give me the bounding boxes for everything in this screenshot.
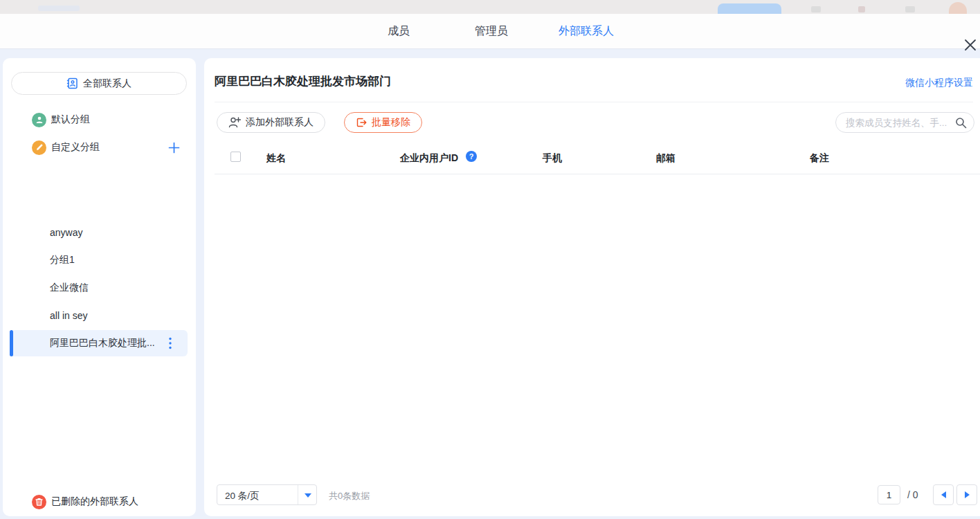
tab-members-label: 成员: [388, 24, 410, 39]
batch-remove-button[interactable]: 批量移除: [344, 112, 422, 133]
remove-export-icon: [356, 117, 367, 128]
page-size-select[interactable]: 20 条/页: [217, 484, 317, 505]
backdrop-icon: [905, 6, 915, 12]
tab-admins[interactable]: 管理员: [468, 14, 515, 48]
help-icon[interactable]: ?: [466, 151, 477, 162]
external-contacts-panel: 阿里巴巴白木胶处理批发市场部门 微信小程序设置 添加外部联系人 批量移除 姓名 …: [204, 58, 980, 516]
group-label: all in sey: [50, 310, 87, 321]
backdrop-logo: [38, 6, 80, 11]
sidebar-item-group-anyway[interactable]: anyway: [10, 219, 188, 246]
person-icon: [32, 113, 46, 127]
deleted-contacts-label: 已删除的外部联系人: [51, 495, 138, 508]
sidebar-item-deleted-contacts[interactable]: 已删除的外部联系人: [3, 493, 196, 510]
column-header-mobile: 手机: [543, 152, 562, 165]
modal-tabbar: 成员 管理员 外部联系人: [0, 14, 980, 48]
divider: [298, 485, 298, 504]
add-group-icon[interactable]: [166, 140, 181, 155]
column-header-enterprise-user-id: 企业内用户ID: [400, 152, 458, 165]
column-header-remark: 备注: [810, 152, 829, 165]
next-page-button[interactable]: [956, 484, 977, 505]
group-label: anyway: [50, 227, 82, 238]
selected-indicator-bar: [10, 330, 13, 356]
member-search-box: [835, 112, 974, 133]
previous-page-button[interactable]: [933, 484, 954, 505]
sidebar-item-group-allinsey[interactable]: all in sey: [10, 302, 188, 329]
group-label: 企业微信: [50, 282, 89, 294]
divider: [215, 102, 973, 102]
more-options-icon[interactable]: [165, 336, 175, 350]
contacts-sidebar: 全部联系人 默认分组 自定义分组 anyway 分组1 企业微信 all in …: [3, 58, 196, 516]
default-group-label: 默认分组: [51, 113, 90, 126]
wechat-miniprogram-settings-link[interactable]: 微信小程序设置: [905, 77, 973, 89]
group-label: 分组1: [50, 254, 75, 266]
sidebar-item-custom-group[interactable]: 自定义分组: [3, 139, 196, 156]
department-title: 阿里巴巴白木胶处理批发市场部门: [215, 73, 391, 89]
page-size-value: 20 条/页: [225, 490, 260, 502]
pencil-icon: [32, 140, 46, 155]
backdrop-avatar: [949, 2, 967, 14]
search-icon[interactable]: [955, 117, 967, 131]
tab-members[interactable]: 成员: [379, 14, 418, 48]
column-header-name: 姓名: [266, 152, 286, 165]
person-plus-icon: [228, 117, 241, 128]
total-count-label: 共0条数据: [329, 490, 370, 502]
chevron-down-icon: [305, 493, 311, 498]
tab-admins-label: 管理员: [475, 24, 508, 39]
contacts-table-header: 姓名 企业内用户ID ? 手机 邮箱 备注: [204, 148, 980, 174]
caret-left-icon: [941, 491, 946, 498]
caret-right-icon: [965, 491, 970, 498]
close-icon[interactable]: [962, 37, 979, 53]
contacts-book-icon: [66, 78, 78, 89]
select-all-checkbox[interactable]: [230, 152, 241, 162]
backdrop-icon: [858, 6, 865, 12]
tab-external-contacts[interactable]: 外部联系人: [552, 14, 620, 48]
member-search-input[interactable]: [846, 113, 953, 131]
pagination-bar: 20 条/页 共0条数据 1 / 0: [204, 484, 980, 505]
custom-group-label: 自定义分组: [51, 141, 100, 154]
sidebar-item-group-wecom[interactable]: 企业微信: [10, 275, 188, 301]
trash-icon: [32, 495, 46, 509]
divider: [215, 174, 980, 174]
sidebar-item-group-1[interactable]: 分组1: [10, 247, 188, 273]
backdrop-app-strip: [0, 0, 980, 14]
current-page-input[interactable]: 1: [878, 485, 900, 504]
column-header-email: 邮箱: [656, 152, 675, 165]
add-external-contact-label: 添加外部联系人: [246, 116, 314, 129]
sidebar-item-default-group[interactable]: 默认分组: [3, 111, 196, 128]
total-pages-label: / 0: [907, 489, 918, 500]
tab-external-contacts-label: 外部联系人: [559, 24, 614, 39]
all-contacts-label: 全部联系人: [83, 78, 131, 90]
group-label: 阿里巴巴白木胶处理批...: [50, 337, 155, 349]
backdrop-primary-button: [718, 3, 781, 14]
backdrop-icon: [811, 6, 821, 12]
add-external-contact-button[interactable]: 添加外部联系人: [217, 112, 325, 133]
sidebar-item-group-alibaba-selected[interactable]: 阿里巴巴白木胶处理批...: [10, 330, 188, 356]
batch-remove-label: 批量移除: [372, 116, 410, 129]
all-contacts-button[interactable]: 全部联系人: [11, 72, 187, 95]
